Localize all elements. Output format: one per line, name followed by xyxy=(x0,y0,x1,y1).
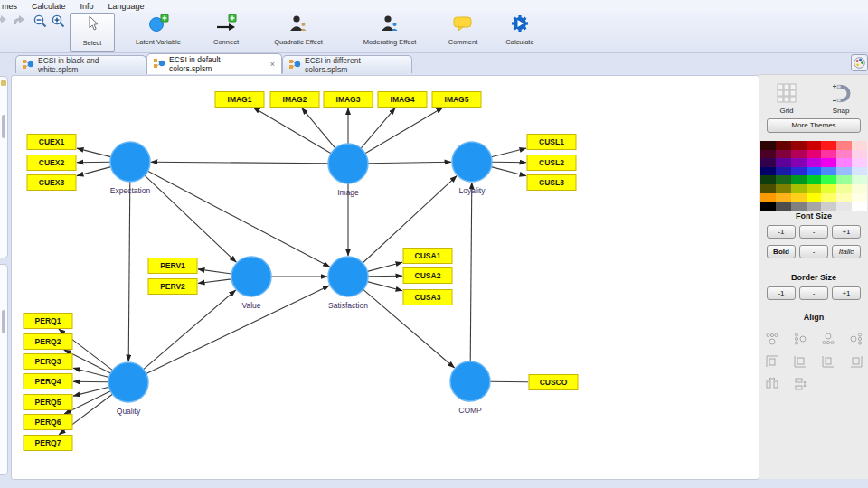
palette-swatch[interactable] xyxy=(760,202,776,211)
palette-swatch[interactable] xyxy=(760,175,776,184)
palette-swatch[interactable] xyxy=(807,193,822,202)
palette-swatch[interactable] xyxy=(852,184,867,193)
collapsed-panel-top[interactable] xyxy=(0,76,8,258)
model-arrow[interactable] xyxy=(491,167,526,176)
palette-swatch[interactable] xyxy=(791,184,807,193)
redo-button[interactable] xyxy=(11,14,27,50)
palette-swatch[interactable] xyxy=(836,167,852,176)
model-arrow[interactable] xyxy=(491,148,526,157)
palette-swatch[interactable] xyxy=(836,184,852,193)
latent-node-Satisfaction[interactable] xyxy=(328,257,368,296)
align-left-icon[interactable] xyxy=(793,332,807,346)
font-style-Bold[interactable]: Bold xyxy=(767,245,796,258)
latent-node-Expectation[interactable] xyxy=(110,142,150,182)
latent-node-Image[interactable] xyxy=(328,144,368,183)
snap-button[interactable]: Snap xyxy=(825,82,857,115)
menu-item-language[interactable]: Language xyxy=(108,2,145,11)
font-size-1[interactable]: -1 xyxy=(767,225,796,239)
palette-swatch[interactable] xyxy=(760,158,776,167)
palette-swatch[interactable] xyxy=(760,193,776,202)
palette-swatch[interactable] xyxy=(791,175,807,184)
connect-button[interactable]: Connect xyxy=(203,14,249,50)
latent-node-Loyalty[interactable] xyxy=(452,142,492,182)
palette-swatch[interactable] xyxy=(852,193,867,202)
palette-swatch[interactable] xyxy=(791,158,807,167)
model-arrow[interactable] xyxy=(73,381,108,382)
model-canvas[interactable]: IMAG1IMAG2IMAG3IMAG4IMAG5CUEX1CUEX2CUEX3… xyxy=(11,75,760,480)
editor-tab-0[interactable]: ECSI in black and white.splsm xyxy=(15,55,146,73)
model-arrow[interactable] xyxy=(302,108,335,148)
palette-swatch[interactable] xyxy=(776,150,791,159)
border-size-1[interactable]: -1 xyxy=(767,286,796,300)
menu-item-info[interactable]: Info xyxy=(80,2,94,11)
select-tool-button[interactable]: Select xyxy=(70,13,115,52)
align-edge-right-icon[interactable] xyxy=(849,354,863,369)
palette-swatch[interactable] xyxy=(836,141,852,150)
palette-swatch[interactable] xyxy=(776,175,791,184)
palette-swatch[interactable] xyxy=(821,193,836,202)
editor-tab-2[interactable]: ECSI in different colors.splsm xyxy=(282,55,412,73)
border-size-+1[interactable]: +1 xyxy=(832,286,861,300)
model-arrow[interactable] xyxy=(368,162,451,163)
palette-swatch[interactable] xyxy=(776,158,791,167)
align-edge-bottom-icon[interactable] xyxy=(821,354,835,369)
palette-swatch[interactable] xyxy=(760,184,776,193)
model-arrow[interactable] xyxy=(490,381,528,382)
font-style-Italic[interactable]: Italic xyxy=(832,245,861,258)
model-arrow[interactable] xyxy=(492,162,526,163)
palette-swatch[interactable] xyxy=(836,202,852,211)
distribute-vertical-icon[interactable] xyxy=(793,377,807,391)
moderating-effect-button[interactable]: Moderating Effect xyxy=(354,14,426,50)
palette-swatch[interactable] xyxy=(821,184,836,193)
align-right-icon[interactable] xyxy=(849,332,863,346)
palette-swatch[interactable] xyxy=(807,150,822,159)
model-arrow[interactable] xyxy=(470,183,472,361)
palette-swatch[interactable] xyxy=(852,167,867,176)
palette-swatch[interactable] xyxy=(821,141,836,150)
palette-swatch[interactable] xyxy=(836,150,852,159)
palette-swatch[interactable] xyxy=(852,141,867,150)
palette-swatch[interactable] xyxy=(852,150,867,159)
model-arrow[interactable] xyxy=(198,269,231,274)
menu-item-calculate[interactable]: Calculate xyxy=(32,2,66,11)
latent-node-Quality[interactable] xyxy=(108,362,148,402)
panel-grip[interactable] xyxy=(2,310,5,333)
palette-swatch[interactable] xyxy=(776,167,791,176)
model-arrow[interactable] xyxy=(367,282,402,291)
panel-grip[interactable] xyxy=(2,115,5,138)
model-arrow[interactable] xyxy=(145,175,236,262)
tab-close-icon[interactable]: × xyxy=(270,60,275,69)
font-size-+1[interactable]: +1 xyxy=(832,225,861,239)
model-arrow[interactable] xyxy=(367,262,402,271)
model-arrow[interactable] xyxy=(144,290,236,370)
menu-item-mes[interactable]: mes xyxy=(2,2,17,11)
palette-swatch[interactable] xyxy=(807,158,822,167)
palette-swatch[interactable] xyxy=(776,202,791,211)
palette-swatch[interactable] xyxy=(776,141,791,150)
palette-swatch[interactable] xyxy=(821,175,836,184)
model-arrow[interactable] xyxy=(77,167,111,176)
palette-swatch[interactable] xyxy=(791,202,807,211)
align-bottom-icon[interactable] xyxy=(821,332,835,346)
zoom-out-button[interactable] xyxy=(32,14,48,50)
model-arrow[interactable] xyxy=(148,171,330,267)
model-arrow[interactable] xyxy=(361,108,395,148)
latent-node-Value[interactable] xyxy=(231,257,271,296)
palette-swatch[interactable] xyxy=(791,193,807,202)
model-arrow[interactable] xyxy=(128,182,130,361)
editor-tab-1[interactable]: ECSI in default colors.splsm× xyxy=(146,53,282,74)
palette-swatch[interactable] xyxy=(807,184,822,193)
font-style-dash[interactable]: - xyxy=(799,245,828,258)
palette-swatch[interactable] xyxy=(791,167,807,176)
latent-variable-button[interactable]: Latent Variable xyxy=(127,14,190,50)
align-top-icon[interactable] xyxy=(765,332,779,346)
palette-swatch[interactable] xyxy=(807,202,822,211)
model-arrow[interactable] xyxy=(365,108,443,154)
palette-swatch[interactable] xyxy=(776,193,791,202)
collapsed-panel-bottom[interactable] xyxy=(0,264,8,475)
palette-swatch[interactable] xyxy=(807,175,822,184)
palette-swatch[interactable] xyxy=(821,158,836,167)
palette-swatch[interactable] xyxy=(836,158,852,167)
palette-swatch[interactable] xyxy=(852,202,867,211)
palette-swatch[interactable] xyxy=(760,141,776,150)
